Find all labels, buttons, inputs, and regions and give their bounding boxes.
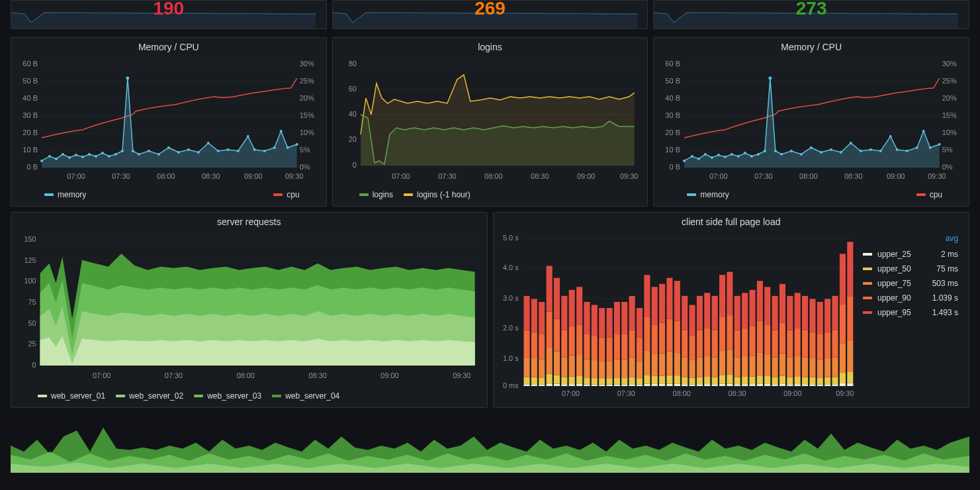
bottom-sparkline-panel[interactable] [0, 413, 980, 473]
legend-item-cpu[interactable]: cpu [273, 190, 319, 199]
svg-rect-283 [696, 384, 702, 386]
svg-text:30 B: 30 B [22, 111, 38, 119]
row-charts-2: server requests 150 125 100 75 50 25 0 [0, 207, 980, 413]
svg-rect-319 [749, 377, 755, 385]
svg-text:07:00: 07:00 [392, 172, 410, 180]
svg-point-110 [769, 77, 772, 80]
legend-row-upper25[interactable]: upper_25 2 ms [863, 247, 958, 262]
svg-rect-242 [629, 296, 635, 330]
svg-rect-185 [546, 348, 552, 374]
svg-text:4.0 s: 4.0 s [503, 264, 519, 271]
legend-item-ws3[interactable]: web_server_03 [194, 391, 261, 401]
legend-item-ws1[interactable]: web_server_01 [38, 391, 105, 401]
svg-rect-360 [809, 358, 815, 377]
svg-text:50 B: 50 B [666, 77, 681, 85]
stat-panel-2[interactable]: 269 [332, 0, 648, 29]
svg-text:08:00: 08:00 [237, 371, 255, 379]
memcpu-panel-1[interactable]: Memory / CPU 60 B 50 B 40 B 30 B 20 B 10… [11, 37, 327, 207]
svg-rect-372 [824, 299, 830, 332]
svg-rect-227 [606, 308, 612, 338]
svg-rect-252 [644, 275, 650, 317]
svg-point-119 [850, 142, 852, 144]
svg-rect-276 [682, 330, 688, 358]
svg-point-49 [263, 150, 266, 152]
svg-point-126 [916, 146, 918, 149]
svg-rect-350 [794, 356, 800, 377]
svg-rect-208 [584, 384, 590, 386]
svg-rect-310 [734, 357, 740, 377]
svg-rect-223 [606, 385, 612, 386]
svg-point-26 [75, 154, 77, 156]
legend-item-cpu[interactable]: cpu [916, 190, 962, 199]
svg-point-116 [820, 151, 823, 154]
svg-point-42 [197, 151, 200, 154]
svg-rect-289 [704, 377, 710, 384]
svg-rect-326 [756, 321, 762, 353]
svg-rect-294 [711, 377, 717, 384]
svg-rect-296 [711, 330, 717, 358]
svg-rect-304 [727, 375, 733, 384]
svg-rect-284 [696, 377, 702, 384]
svg-rect-354 [801, 377, 807, 384]
svg-point-117 [830, 148, 832, 151]
svg-point-50 [273, 146, 276, 149]
svg-rect-259 [659, 376, 665, 384]
stat-panel-3[interactable]: 273 [653, 0, 969, 29]
legend-row-upper50[interactable]: upper_50 75 ms [863, 262, 958, 276]
svg-rect-175 [531, 358, 537, 377]
svg-rect-373 [832, 384, 838, 386]
svg-rect-230 [613, 359, 619, 377]
legend-row-upper95[interactable]: upper_95 1.493 s [863, 305, 958, 320]
server-requests-panel[interactable]: server requests 150 125 100 75 50 25 0 [11, 212, 488, 408]
legend-item-memory[interactable]: memory [44, 190, 86, 199]
svg-rect-219 [599, 378, 605, 384]
svg-rect-237 [621, 302, 627, 334]
svg-rect-229 [613, 377, 619, 384]
svg-rect-210 [584, 359, 590, 377]
svg-text:50: 50 [28, 319, 36, 327]
svg-rect-220 [599, 361, 605, 378]
svg-rect-206 [576, 324, 582, 354]
legend-row-upper90[interactable]: upper_90 1.039 s [863, 291, 958, 305]
legend-item-logins-prev[interactable]: logins (-1 hour) [404, 190, 470, 199]
legend-header-avg[interactable]: avg [863, 234, 958, 247]
legend-item-logins[interactable]: logins [359, 190, 393, 199]
svg-rect-303 [727, 384, 733, 386]
svg-text:10%: 10% [942, 128, 957, 136]
svg-text:150: 150 [24, 235, 36, 243]
page-load-panel[interactable]: client side full page load 5.0 s 4.0 s 3… [493, 212, 970, 408]
svg-point-53 [296, 143, 298, 146]
svg-rect-361 [809, 332, 815, 358]
svg-text:30 B: 30 B [666, 111, 681, 119]
svg-text:08:00: 08:00 [672, 389, 690, 397]
memcpu-panel-2[interactable]: Memory / CPU 60 B 50 B 40 B 30 B 20 B 10… [653, 37, 969, 207]
svg-rect-207 [576, 287, 582, 324]
svg-text:60 B: 60 B [666, 60, 681, 68]
svg-rect-279 [689, 378, 695, 385]
stat-panel-1[interactable]: 190 [11, 0, 327, 29]
svg-point-30 [101, 152, 104, 154]
svg-rect-382 [839, 254, 845, 304]
legend-item-ws4[interactable]: web_server_04 [272, 391, 339, 401]
svg-rect-176 [531, 332, 537, 358]
svg-rect-346 [787, 330, 793, 358]
svg-text:20%: 20% [942, 94, 957, 102]
svg-rect-189 [553, 375, 559, 384]
legend-item-memory[interactable]: memory [687, 190, 729, 199]
svg-point-121 [869, 148, 872, 151]
svg-rect-305 [727, 350, 733, 375]
svg-rect-245 [636, 361, 642, 378]
legend-item-ws2[interactable]: web_server_02 [116, 391, 183, 401]
svg-rect-292 [704, 293, 710, 328]
svg-rect-369 [824, 377, 830, 385]
logins-panel[interactable]: logins 80 60 40 20 0 [332, 37, 648, 207]
svg-rect-272 [674, 281, 680, 320]
svg-rect-243 [636, 385, 642, 386]
svg-rect-204 [576, 376, 582, 384]
svg-point-24 [62, 153, 64, 156]
svg-rect-195 [561, 357, 567, 377]
svg-text:08:30: 08:30 [728, 389, 746, 397]
svg-rect-174 [531, 377, 537, 385]
legend-row-upper75[interactable]: upper_75 503 ms [863, 276, 958, 291]
svg-point-129 [938, 143, 941, 146]
